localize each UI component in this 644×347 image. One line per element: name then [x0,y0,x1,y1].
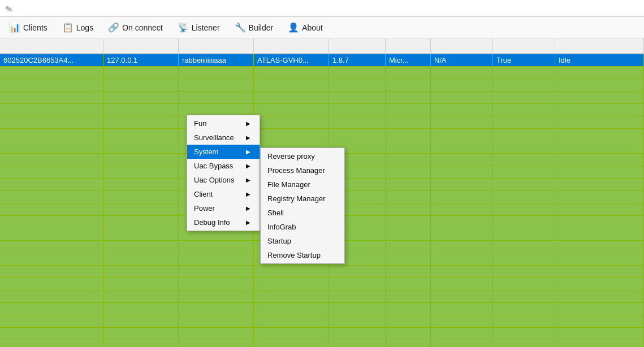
table-row[interactable] [0,67,644,79]
submenu-item-startup[interactable]: Startup [261,234,344,248]
cell-hwid [0,179,103,190]
client-label: Client [194,190,213,198]
cell-hwid [0,253,103,265]
submenu-item-filemanager[interactable]: File Manager [261,177,344,192]
cell-ip [103,116,179,128]
menu-item-clients[interactable]: 📊Clients [2,19,54,36]
menu-item-builder[interactable]: 🔧Builder [228,19,280,36]
maximize-button[interactable] [589,0,614,17]
cell-antivirus [431,179,493,190]
submenu-arrow-client: ▶ [246,191,250,197]
table-row[interactable] [0,328,644,340]
submenu-arrow-power: ▶ [246,205,250,211]
table-row[interactable] [0,315,644,328]
logs-icon: 📋 [62,22,74,33]
cell-ip [103,166,179,178]
cell-version [329,266,386,277]
cell-ip [103,129,179,141]
menu-item-onconnect[interactable]: 🔗On connect [101,19,170,36]
cell-antivirus [431,67,493,79]
cell-ip [103,203,179,215]
ctx-item-uacbypass[interactable]: Uac Bypass▶ [187,159,260,173]
menu-item-listener[interactable]: 📡Listener [171,19,227,36]
table-row[interactable]: 602520C2B6653A4... 127.0.0.1 rabbeiiiiii… [0,54,644,67]
cell-window [555,154,644,166]
cell-domain [254,340,329,347]
cell-hwid [0,104,103,116]
close-button[interactable] [614,0,639,17]
cell-username [179,79,254,91]
table-row[interactable] [0,116,644,129]
table-row[interactable] [0,340,644,347]
cell-window [555,278,644,290]
cell-admin [493,129,555,141]
cell-version [329,290,386,302]
cell-admin [493,241,555,253]
ctx-item-debuginfo[interactable]: Debug Info▶ [187,215,260,229]
cell-hwid: 602520C2B6653A4... [0,54,103,66]
table-row[interactable] [0,104,644,116]
cell-admin [493,315,555,327]
cell-admin [493,278,555,290]
cell-ip [103,315,179,327]
table-row[interactable] [0,92,644,104]
cell-domain [254,328,329,340]
about-icon: 👤 [288,22,299,33]
table-row[interactable] [0,79,644,92]
cell-domain [254,315,329,327]
ctx-item-power[interactable]: Power▶ [187,201,260,215]
cell-os [386,79,431,91]
cell-os [386,116,431,128]
cell-window: Idle [555,54,644,66]
menu-item-about[interactable]: 👤About [281,19,330,36]
cell-username [179,278,254,290]
table-row[interactable] [0,266,644,278]
submenu-arrow-system: ▶ [246,149,250,155]
ctx-item-fun[interactable]: Fun▶ [187,116,260,131]
ctx-item-surveillance[interactable]: Surveillance▶ [187,131,260,145]
context-menu: Fun▶Surveillance▶System▶Uac Bypass▶Uac O… [187,115,260,231]
cell-ip [103,253,179,265]
cell-os [386,253,431,265]
fun-label: Fun [194,119,206,128]
col-header-antivirus [431,38,493,53]
cell-antivirus [431,290,493,302]
cell-admin [493,290,555,302]
ctx-item-uacoptions[interactable]: Uac Options▶ [187,173,260,187]
ctx-item-system[interactable]: System▶ [187,145,260,159]
cell-window [555,340,644,347]
cell-os [386,241,431,253]
submenu-item-infograb[interactable]: InfoGrab [261,220,344,234]
cell-antivirus [431,216,493,228]
table-row[interactable] [0,303,644,315]
cell-username [179,315,254,327]
submenu-item-reverseproxy[interactable]: Reverse proxy [261,149,344,163]
minimize-button[interactable] [563,0,589,17]
table-row[interactable] [0,129,644,141]
cell-hwid [0,303,103,315]
processmanager-label: Process Manager [267,166,325,175]
onconnect-icon: 🔗 [108,22,119,33]
cell-admin [493,67,555,79]
cell-hwid [0,328,103,340]
cell-os [386,104,431,116]
submenu-item-removestartup[interactable]: Remove Startup [261,248,344,262]
cell-window [555,79,644,91]
cell-version [329,328,386,340]
menu-item-logs[interactable]: 📋Logs [55,19,100,36]
table-row[interactable] [0,278,644,290]
title-controls [563,0,639,17]
cell-window [555,166,644,178]
cell-admin [493,79,555,91]
debuginfo-label: Debug Info [194,218,230,227]
ctx-item-client[interactable]: Client▶ [187,187,260,201]
cell-os [386,191,431,203]
table-row[interactable] [0,290,644,303]
submenu-item-shell[interactable]: Shell [261,206,344,220]
submenu-item-registrymanager[interactable]: Registry Manager [261,192,344,206]
col-header-os [386,38,431,53]
submenu-item-processmanager[interactable]: Process Manager [261,163,344,177]
cell-hwid [0,241,103,253]
cell-window [555,253,644,265]
cell-version [329,79,386,91]
